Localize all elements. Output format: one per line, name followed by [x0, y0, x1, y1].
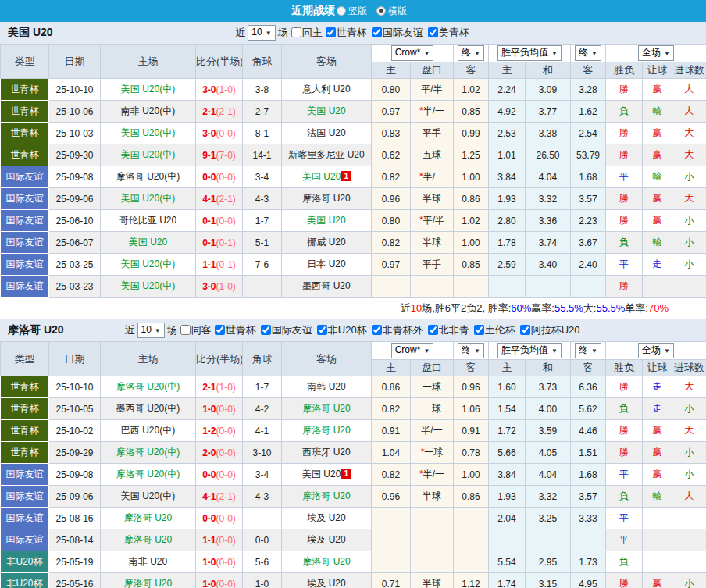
- halftime-score: (7-0): [216, 150, 236, 161]
- home-team[interactable]: 摩洛哥 U20: [101, 508, 196, 529]
- away-team[interactable]: 美国 U20: [282, 101, 372, 123]
- odds-final-select[interactable]: 终▼: [458, 343, 484, 358]
- away-team[interactable]: 美国 U201: [282, 464, 372, 486]
- home-team[interactable]: 南非 U20(中): [101, 101, 196, 123]
- cup-filter[interactable]: 非U20杯: [314, 324, 367, 336]
- odds-home: 0.83: [372, 123, 411, 144]
- cup-filter[interactable]: 世青杯: [323, 27, 367, 38]
- horizontal-layout-radio[interactable]: [376, 6, 386, 16]
- cup-filter[interactable]: 国际友谊: [369, 27, 423, 38]
- cup-checkbox[interactable]: [428, 325, 438, 335]
- away-team[interactable]: 埃及 U20: [282, 508, 372, 529]
- away-team[interactable]: 南韩 U20: [282, 376, 372, 398]
- match-count-select[interactable]: 10▼: [248, 25, 275, 41]
- handicap-value: 半球: [423, 193, 441, 204]
- away-team[interactable]: 美国 U201: [282, 166, 372, 188]
- away-team[interactable]: 日本 U20: [282, 254, 372, 276]
- horizontal-layout-label[interactable]: 横版: [388, 5, 407, 18]
- home-team[interactable]: 摩洛哥 U20(中): [101, 442, 196, 464]
- odds-home: 0.71: [372, 573, 411, 588]
- odds-away: 0.85: [454, 254, 489, 276]
- cup-filter[interactable]: 土伦杯: [471, 324, 515, 336]
- home-team[interactable]: 摩洛哥 U20: [101, 529, 196, 551]
- result-handicap: 赢: [643, 79, 672, 101]
- away-team[interactable]: 西班牙 U20: [282, 442, 372, 464]
- home-team[interactable]: 美国 U20(中): [101, 254, 196, 276]
- same-venue-checkbox[interactable]: [291, 27, 301, 37]
- away-team[interactable]: 挪威 U20: [282, 232, 372, 254]
- cup-checkbox[interactable]: [326, 27, 336, 37]
- away-team[interactable]: 摩洛哥 U20: [282, 551, 372, 573]
- home-team[interactable]: 南非 U20: [101, 551, 196, 573]
- odds-away: 1.02: [454, 79, 489, 101]
- bookmaker-select[interactable]: Crow*▼: [391, 45, 434, 61]
- home-team[interactable]: 哥伦比亚 U20: [101, 210, 196, 232]
- home-team[interactable]: 美国 U20(中): [101, 188, 196, 210]
- home-team[interactable]: 摩洛哥 U20(中): [101, 166, 196, 188]
- same-venue-filter[interactable]: 同主: [288, 26, 323, 40]
- competition-type-cell: 国际友谊: [1, 464, 49, 486]
- vertical-layout-radio[interactable]: [337, 6, 346, 16]
- home-team[interactable]: 美国 U20(中): [101, 79, 196, 101]
- handicap-line: *半/一: [411, 101, 454, 123]
- cup-filter[interactable]: 国际友谊: [258, 324, 312, 336]
- avg-final-select[interactable]: 终▼: [575, 45, 601, 61]
- match-count-select[interactable]: 10▼: [137, 323, 165, 338]
- cup-checkbox[interactable]: [372, 27, 382, 37]
- away-team[interactable]: 意大利 U20: [282, 79, 372, 101]
- away-team[interactable]: 美国 U20: [282, 210, 372, 232]
- away-team[interactable]: 新喀里多尼亚 U20: [282, 144, 372, 166]
- away-team-name: 意大利 U20: [302, 84, 350, 94]
- chevron-down-icon: ▼: [664, 50, 670, 57]
- odds-away: [454, 551, 489, 573]
- vertical-layout-label[interactable]: 竖版: [348, 5, 367, 18]
- handicap-line: [411, 529, 454, 551]
- home-team[interactable]: 巴西 U20(中): [101, 420, 196, 442]
- result-goals: 大: [672, 101, 706, 123]
- away-team[interactable]: 埃及 U20: [282, 573, 372, 588]
- cup-checkbox[interactable]: [261, 325, 271, 335]
- home-team[interactable]: 美国 U20(中): [101, 276, 196, 298]
- cup-filter[interactable]: 世青杯: [212, 324, 256, 336]
- away-team[interactable]: 摩洛哥 U20: [282, 188, 372, 210]
- away-team[interactable]: 法国 U20: [282, 123, 372, 144]
- home-team[interactable]: 摩洛哥 U20(中): [101, 376, 196, 398]
- same-venue-filter[interactable]: 同客: [177, 323, 212, 337]
- avg-final-select[interactable]: 终▼: [575, 343, 601, 358]
- home-team[interactable]: 摩洛哥 U20(中): [101, 464, 196, 486]
- cup-checkbox[interactable]: [372, 325, 382, 335]
- away-team[interactable]: 埃及 U20: [282, 529, 372, 551]
- sub-handicap: 盘口: [411, 360, 454, 376]
- home-team[interactable]: 美国 U20(中): [101, 144, 196, 166]
- cup-filters-morocco: 世青杯国际友谊非U20杯非青杯外北非青土伦杯阿拉杯U20: [212, 323, 582, 337]
- scope-select[interactable]: 全场▼: [638, 45, 674, 61]
- cup-filter[interactable]: 北非青: [425, 324, 469, 336]
- cup-checkbox[interactable]: [474, 325, 484, 335]
- fulltime-score: 0-1: [202, 216, 216, 226]
- cup-filter[interactable]: 美青杯: [425, 27, 469, 38]
- handicap-value: 平手: [423, 258, 441, 269]
- cup-checkbox[interactable]: [317, 325, 327, 335]
- scope-select[interactable]: 全场▼: [638, 343, 674, 358]
- home-team[interactable]: 墨西哥 U20(中): [101, 398, 196, 420]
- home-team[interactable]: 美国 U20(中): [101, 123, 196, 144]
- home-team[interactable]: 摩洛哥 U20: [101, 573, 196, 588]
- avg-odds-select[interactable]: 胜平负均值▼: [497, 45, 562, 61]
- cup-filter[interactable]: 非青杯外: [369, 324, 423, 336]
- home-team[interactable]: 美国 U20: [101, 232, 196, 254]
- cup-checkbox[interactable]: [215, 325, 225, 335]
- cup-checkbox[interactable]: [428, 27, 438, 37]
- bookmaker-select[interactable]: Crow*▼: [391, 343, 434, 358]
- away-team[interactable]: 墨西哥 U20: [282, 276, 372, 298]
- col-result: 胜负: [606, 360, 643, 376]
- away-team[interactable]: 摩洛哥 U20: [282, 486, 372, 508]
- same-venue-checkbox[interactable]: [180, 325, 191, 335]
- cup-checkbox[interactable]: [520, 325, 530, 335]
- away-team[interactable]: 摩洛哥 U20: [282, 420, 372, 442]
- cup-filter[interactable]: 阿拉杯U20: [517, 324, 580, 336]
- result-wdl: 勝: [606, 376, 643, 398]
- avg-odds-select[interactable]: 胜平负均值▼: [497, 343, 562, 358]
- odds-final-select[interactable]: 终▼: [458, 45, 484, 61]
- away-team[interactable]: 摩洛哥 U20: [282, 398, 372, 420]
- home-team[interactable]: 美国 U20(中): [101, 486, 196, 508]
